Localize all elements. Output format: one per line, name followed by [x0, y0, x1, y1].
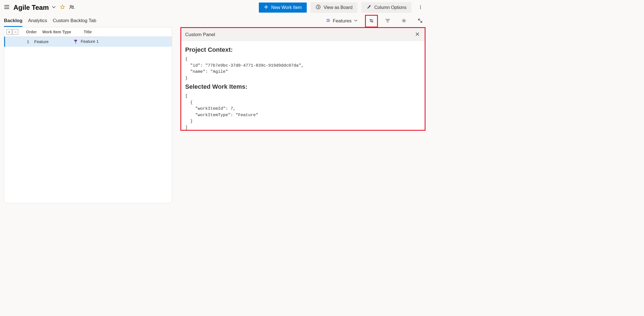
favorite-star-icon[interactable] [60, 4, 65, 11]
filter-button[interactable] [382, 16, 393, 26]
backlog-level-selector[interactable]: Features [323, 17, 361, 26]
backlog-level-label: Features [333, 18, 352, 24]
column-header-title[interactable]: Title [84, 30, 169, 34]
svg-point-0 [70, 5, 72, 7]
cell-type: Feature [34, 39, 73, 44]
expand-icon [418, 18, 423, 24]
view-as-board-button[interactable]: View as Board [311, 2, 357, 13]
collapse-all-button[interactable]: − [13, 29, 18, 35]
svg-point-7 [372, 21, 373, 22]
column-options-button[interactable]: Column Options [361, 2, 411, 13]
gear-icon [401, 18, 406, 24]
team-members-icon[interactable] [69, 4, 75, 11]
svg-point-8 [403, 20, 404, 21]
tab-backlog[interactable]: Backlog [4, 15, 22, 27]
new-work-item-label: New Work Item [271, 5, 302, 10]
plus-icon [264, 5, 268, 10]
arrow-circle-icon [316, 4, 321, 11]
more-vertical-icon [418, 5, 423, 10]
selected-items-heading: Selected Work Items: [185, 83, 421, 90]
tab-custom-backlog[interactable]: Custom Backlog Tab [53, 15, 96, 27]
team-selector[interactable]: Agile Team [13, 4, 56, 11]
cell-title: Feature 1 [73, 39, 169, 45]
custom-panel: Custom Panel Project Context: { "id": "7… [180, 27, 426, 131]
fullscreen-button[interactable] [415, 16, 426, 26]
selected-items-json: [ { "workItemId": 7, "workItemType": "Fe… [185, 93, 421, 130]
view-as-board-label: View as Board [324, 5, 352, 10]
filter-icon [385, 18, 390, 24]
team-name: Agile Team [13, 4, 49, 11]
svg-point-3 [420, 5, 421, 6]
sliders-icon [369, 18, 374, 24]
column-options-label: Column Options [374, 5, 406, 10]
svg-point-1 [72, 6, 74, 7]
chevron-down-icon [52, 5, 56, 10]
column-header-order[interactable]: Order [20, 30, 40, 34]
hamburger-icon[interactable] [4, 4, 10, 11]
close-panel-button[interactable] [414, 31, 421, 38]
backlog-grid: + − Order Work Item Type Title 1 Feature… [4, 27, 172, 203]
panel-title: Custom Panel [185, 32, 215, 38]
wrench-icon [366, 4, 371, 11]
svg-point-6 [370, 19, 371, 20]
column-header-type[interactable]: Work Item Type [42, 30, 82, 34]
project-context-heading: Project Context: [185, 46, 421, 53]
trophy-icon [73, 39, 78, 45]
level-lines-icon [326, 18, 331, 24]
more-actions-button[interactable] [415, 3, 426, 13]
new-work-item-button[interactable]: New Work Item [259, 3, 307, 13]
cell-order: 1 [15, 39, 34, 44]
chevron-down-icon [354, 18, 358, 24]
settings-button[interactable] [399, 16, 409, 26]
svg-point-2 [316, 5, 320, 9]
svg-point-4 [420, 7, 421, 8]
close-icon [415, 32, 420, 37]
project-context-json: { "id": "77b7e9bc-37d0-4771-839c-919d9dd… [185, 56, 421, 81]
table-row[interactable]: 1 Feature Feature 1 [4, 37, 172, 47]
tab-analytics[interactable]: Analytics [28, 15, 47, 27]
svg-point-5 [420, 8, 421, 9]
expand-all-button[interactable]: + [6, 29, 12, 35]
panel-toggle-button[interactable] [366, 16, 377, 26]
